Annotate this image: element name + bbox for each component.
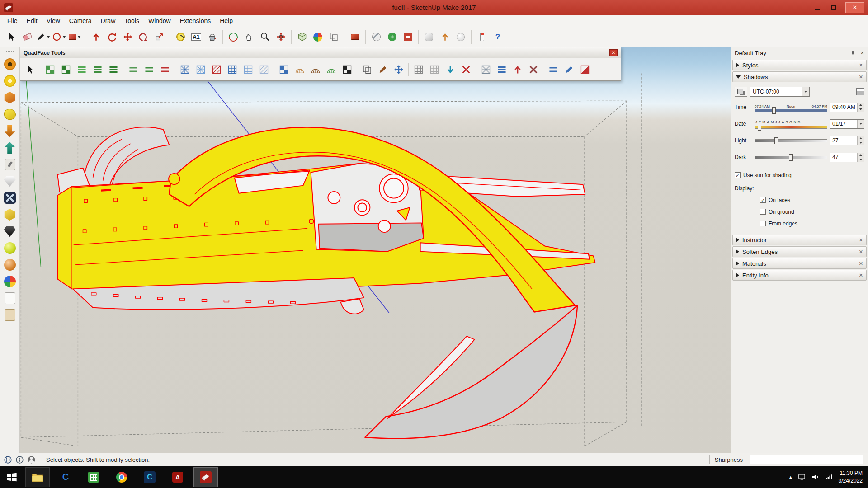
close-button[interactable]: ✕ <box>845 2 864 13</box>
toggle-shadows-button[interactable] <box>735 87 747 97</box>
light-input[interactable]: 27 <box>830 136 864 145</box>
taskbar-sketchup[interactable] <box>193 467 218 487</box>
network-icon[interactable] <box>825 473 833 481</box>
qf-checker-uv-button[interactable] <box>339 61 355 77</box>
dropdown-arrow-icon[interactable] <box>802 87 809 96</box>
timezone-select[interactable]: UTC-07:00 <box>750 87 810 97</box>
panel-styles-header[interactable]: Styles ✕ <box>732 60 867 70</box>
dark-slider[interactable] <box>755 156 827 159</box>
qf-select-loop-button[interactable] <box>125 61 141 77</box>
dropdown-caret-icon[interactable] <box>47 36 50 38</box>
sidebar-tool-arrow-up[interactable] <box>2 140 18 155</box>
qf-tweak-move-button[interactable] <box>391 61 406 77</box>
model-viewport[interactable]: QuadFace Tools ✕ <box>20 47 731 453</box>
spin-up-icon[interactable] <box>858 136 864 141</box>
sidebar-tool-sphere-color[interactable] <box>2 274 18 289</box>
qf-dome-smooth-button[interactable] <box>292 61 307 77</box>
push-pull-tool-button[interactable] <box>88 29 104 45</box>
sidebar-tool-gem-white[interactable] <box>2 174 18 189</box>
start-button[interactable] <box>0 466 24 488</box>
tray-close-button[interactable]: ✕ <box>860 50 864 56</box>
component-button[interactable] <box>294 29 310 45</box>
shadow-detail-toggle-icon[interactable] <box>856 88 864 95</box>
color-sphere-button[interactable] <box>310 29 326 45</box>
from-edges-checkbox[interactable] <box>760 221 766 226</box>
panel-close-icon[interactable]: ✕ <box>859 74 863 80</box>
qf-quad-grid-button[interactable] <box>240 61 256 77</box>
sidebar-tool-arrow-down[interactable] <box>2 123 18 139</box>
battery-button[interactable] <box>474 29 490 45</box>
sidebar-tool-brush-panel[interactable] <box>2 190 18 206</box>
taskbar-file-explorer[interactable] <box>25 467 50 487</box>
panel-close-icon[interactable]: ✕ <box>859 272 863 278</box>
taskbar-chrome[interactable] <box>109 467 134 487</box>
qf-select-ring-button[interactable] <box>74 61 90 77</box>
panel-shadows-header[interactable]: Shadows ✕ <box>732 71 867 82</box>
zoom-extents-button[interactable] <box>273 29 288 45</box>
sidebar-tool-sphere-orange[interactable] <box>2 257 18 272</box>
qf-shrink-ring-button[interactable] <box>105 61 121 77</box>
import-arrow-button[interactable] <box>437 29 453 45</box>
qf-grid-b-button[interactable] <box>426 61 442 77</box>
qf-uv-checker-button[interactable] <box>276 61 292 77</box>
sidebar-tool-gem-black[interactable] <box>2 224 18 239</box>
brick-extension-button[interactable] <box>347 29 363 45</box>
quadface-close-button[interactable]: ✕ <box>609 49 618 56</box>
sidebar-tool-card-white[interactable] <box>2 291 18 306</box>
qf-unwrap-button[interactable] <box>442 61 458 77</box>
on-ground-checkbox[interactable] <box>760 209 766 215</box>
panel-close-icon[interactable]: ✕ <box>859 261 863 267</box>
qf-convert-quads-button[interactable] <box>224 61 240 77</box>
panel-close-icon[interactable]: ✕ <box>859 237 863 243</box>
menu-help[interactable]: Help <box>215 15 237 27</box>
expand-arrow-icon[interactable] <box>736 238 739 242</box>
qf-loop-bars-button[interactable] <box>494 61 509 77</box>
expand-arrow-icon[interactable] <box>736 249 739 254</box>
collapse-arrow-icon[interactable] <box>736 75 741 79</box>
qf-x-dark-button[interactable] <box>525 61 541 77</box>
qf-grid-diagonal-button[interactable] <box>256 61 272 77</box>
light-slider-handle[interactable] <box>774 137 778 144</box>
soften-cube-button[interactable] <box>421 29 437 45</box>
toolbar-grip[interactable] <box>6 51 14 53</box>
info-icon[interactable] <box>15 455 24 464</box>
panel-instructor-header[interactable]: Instructor ✕ <box>732 235 867 245</box>
qf-shrink-loop-button[interactable] <box>157 61 173 77</box>
panel-close-icon[interactable]: ✕ <box>859 249 863 255</box>
date-slider[interactable] <box>755 126 827 129</box>
taskbar-app-c-navy[interactable]: C <box>137 467 162 487</box>
white-sphere-button[interactable] <box>453 29 468 45</box>
add-solid-button[interactable] <box>384 29 400 45</box>
orbit-tool-button[interactable] <box>226 29 241 45</box>
dropdown-arrow-icon[interactable] <box>858 120 864 128</box>
taskbar-app-c-blue[interactable]: C <box>53 467 78 487</box>
maximize-button[interactable] <box>826 0 842 15</box>
qf-flip-diagonal-button[interactable] <box>577 61 593 77</box>
move-tool-button[interactable] <box>120 29 135 45</box>
menu-file[interactable]: File <box>3 15 22 27</box>
spin-down-icon[interactable] <box>858 141 864 145</box>
scale-tool-button[interactable] <box>151 29 167 45</box>
circle-tool-button[interactable] <box>51 29 66 45</box>
qf-grow-ring-button[interactable] <box>90 61 105 77</box>
panel-close-icon[interactable]: ✕ <box>859 62 863 68</box>
menu-view[interactable]: View <box>42 15 65 27</box>
qf-dome-relax-button[interactable] <box>307 61 323 77</box>
quadface-title-bar[interactable]: QuadFace Tools ✕ <box>20 47 621 58</box>
quadface-tools-window[interactable]: QuadFace Tools ✕ <box>20 47 621 81</box>
panel-soften-edges-header[interactable]: Soften Edges ✕ <box>732 246 867 257</box>
expand-arrow-icon[interactable] <box>736 273 739 277</box>
time-input[interactable]: 09:40 AM <box>830 103 864 112</box>
display-icon[interactable] <box>798 473 806 481</box>
time-slider[interactable] <box>755 109 827 112</box>
sidebar-tool-pin-pad[interactable] <box>2 157 18 172</box>
spin-down-icon[interactable] <box>858 107 864 112</box>
spin-up-icon[interactable] <box>858 103 864 108</box>
dark-input[interactable]: 47 <box>830 153 864 162</box>
taskbar-clock[interactable]: 11:30 PM 3/24/2022 <box>839 469 863 484</box>
panel-materials-header[interactable]: Materials ✕ <box>732 258 867 269</box>
geolocation-icon[interactable] <box>4 455 12 464</box>
date-input[interactable]: 01/17 <box>830 119 864 129</box>
qf-insert-loop-button[interactable] <box>545 61 561 77</box>
line-tool-button[interactable] <box>35 29 51 45</box>
